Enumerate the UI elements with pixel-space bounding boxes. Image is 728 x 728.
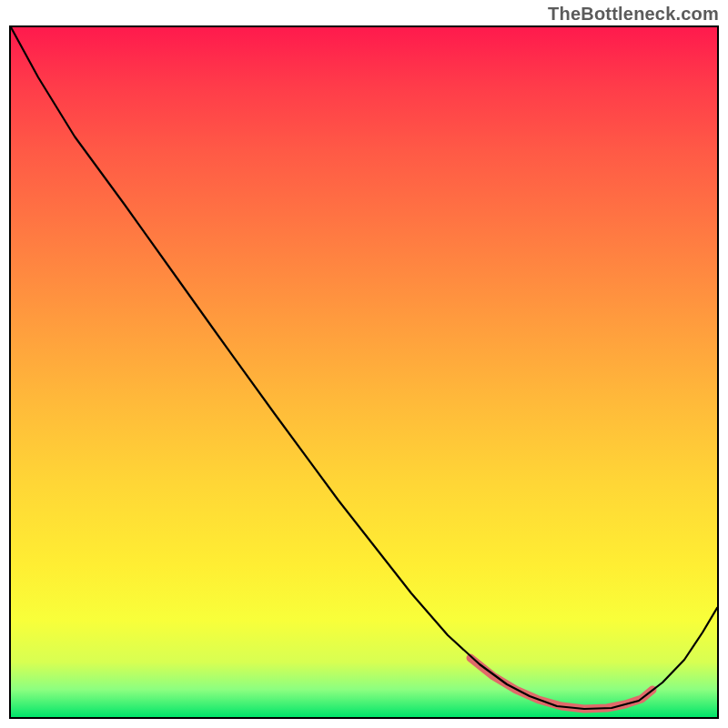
- chart-svg: [11, 27, 717, 717]
- curve-path: [11, 27, 717, 709]
- watermark-text: TheBottleneck.com: [548, 4, 719, 25]
- plot-area: [9, 25, 719, 719]
- chart-container: TheBottleneck.com: [0, 0, 728, 728]
- valley-highlight-path: [470, 658, 652, 709]
